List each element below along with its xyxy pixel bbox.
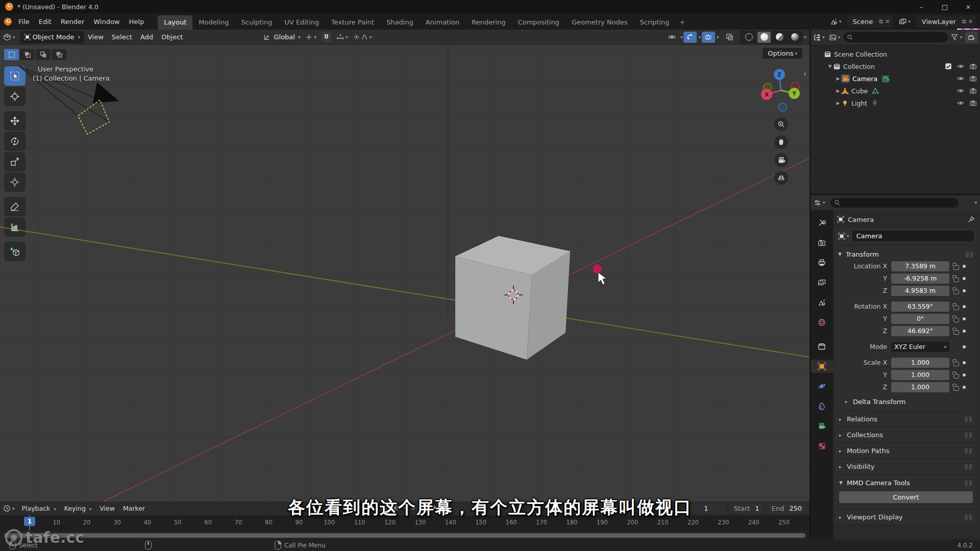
filter-funnel-icon[interactable] [951, 34, 958, 41]
pivot-dropdown[interactable]: ▾ [305, 34, 316, 41]
panel-grip-icon[interactable]: ⣿⣿ [965, 252, 974, 257]
hide-eye-icon[interactable] [957, 63, 965, 70]
vp-menu-view[interactable]: View [84, 32, 108, 42]
mmd-panel-header[interactable]: ▼ MMD Camera Tools ⣿⣿ [835, 476, 977, 488]
scene-selector[interactable]: Scene ⧉ ✕ [847, 15, 893, 28]
properties-editor-dropdown[interactable]: ▾ [823, 200, 825, 205]
tab-object-data[interactable] [811, 419, 833, 433]
scale-z-field[interactable]: 1.000 [891, 382, 949, 392]
tool-select-box[interactable] [4, 66, 26, 86]
lock-icon[interactable] [949, 263, 963, 270]
lock-icon[interactable] [949, 384, 963, 391]
object-id-icon[interactable] [838, 233, 845, 240]
close-button[interactable]: × [957, 0, 980, 13]
tab-texture[interactable] [811, 439, 833, 453]
tab-scripting[interactable]: Scripting [634, 15, 676, 30]
blender-menu-icon[interactable] [4, 18, 12, 26]
delta-transform-subpanel[interactable]: ▸ Delta Transform [838, 396, 974, 407]
tab-object[interactable] [811, 360, 833, 373]
tab-texture-paint[interactable]: Texture Paint [325, 15, 380, 30]
viewlayer-dropdown-arrow[interactable]: ▾ [908, 19, 911, 24]
hide-eye-icon[interactable] [957, 75, 965, 82]
properties-filter-dropdown[interactable]: ▾ [974, 200, 977, 205]
hide-eye-icon[interactable] [957, 99, 965, 107]
tool-transform[interactable] [4, 172, 26, 192]
timeline-editor-dropdown[interactable]: ▾ [12, 506, 15, 511]
overlays-toggle[interactable] [702, 32, 715, 43]
rotation-y-field[interactable]: 0° [891, 314, 949, 324]
tool-add-cube[interactable] [4, 242, 26, 261]
tab-shading[interactable]: Shading [380, 15, 420, 30]
select-mode-subtract-button[interactable] [36, 49, 51, 60]
checkbox-icon[interactable] [945, 63, 952, 70]
snap-magnet-toggle[interactable] [322, 32, 331, 42]
viewport-display-panel[interactable]: ▸Viewport Display⣿⣿ [835, 510, 977, 524]
editor-type-outliner-icon[interactable] [813, 34, 821, 41]
navigation-gizmo[interactable]: Z X Y [755, 60, 806, 116]
snap-with-dropdown[interactable]: ▾ [336, 34, 348, 40]
zoom-button[interactable] [774, 117, 788, 131]
jump-to-end-button[interactable]: ▶| [433, 504, 439, 511]
tab-view-layer[interactable] [811, 276, 833, 289]
select-mode-new-button[interactable] [4, 49, 19, 60]
disable-render-camera-icon[interactable] [969, 63, 977, 70]
animate-dot[interactable] [963, 317, 966, 320]
ortho-grid-button[interactable] [774, 171, 788, 185]
tab-physics[interactable] [811, 380, 833, 393]
outliner-row-light[interactable]: ▶ Light [811, 97, 980, 109]
current-frame-badge[interactable]: 1 [24, 517, 35, 526]
tool-move[interactable] [4, 111, 26, 131]
tab-output[interactable] [811, 256, 833, 269]
play-reverse-button[interactable]: ◀ [403, 504, 407, 511]
tab-rendering[interactable]: Rendering [465, 15, 511, 30]
visibility-toggles-button[interactable] [666, 32, 679, 43]
shading-material-button[interactable] [773, 32, 786, 43]
tl-marker-menu[interactable]: Marker [119, 504, 149, 513]
outliner-row-scene-collection[interactable]: Scene Collection [811, 48, 980, 60]
tab-compositing[interactable]: Compositing [511, 15, 566, 30]
location-z-field[interactable]: 4.9583 m [891, 286, 949, 296]
viewlayer-type-icon[interactable] [899, 18, 906, 26]
tab-collection[interactable] [811, 340, 833, 353]
frame-end-field[interactable]: End250 [767, 504, 806, 514]
animate-dot[interactable] [963, 265, 966, 268]
tab-scene[interactable] [811, 296, 833, 309]
menu-help[interactable]: Help [125, 16, 149, 28]
timeline-ruler[interactable]: 1020304050607080901001101201301401501601… [0, 515, 810, 531]
minimize-button[interactable]: – [910, 0, 933, 13]
menu-edit[interactable]: Edit [34, 16, 56, 28]
lock-icon[interactable] [949, 359, 963, 366]
relations-panel[interactable]: ▸Relations⣿⣿ [835, 412, 977, 426]
animate-dot[interactable] [963, 330, 966, 333]
outliner-display-dropdown[interactable]: ▾ [822, 35, 825, 40]
playback-menu[interactable]: Playback ▾ [18, 504, 60, 513]
proportional-editing-toggle[interactable] [353, 34, 360, 40]
mode-dropdown[interactable]: Object Mode ▾ [20, 31, 84, 43]
location-x-field[interactable]: 7.3589 m [891, 261, 949, 271]
gizmos-dropdown-arrow[interactable]: ▾ [698, 35, 701, 40]
tab-modeling[interactable]: Modeling [192, 15, 235, 30]
scene-type-icon[interactable] [830, 18, 838, 26]
animate-dot[interactable] [963, 373, 966, 377]
vp-menu-select[interactable]: Select [108, 32, 136, 42]
editor-type-dropdown-arrow[interactable]: ▾ [13, 35, 15, 40]
animate-dot[interactable] [963, 345, 966, 348]
add-workspace-button[interactable]: + [675, 15, 689, 30]
scene-dropdown-arrow[interactable]: ▾ [839, 19, 842, 24]
disable-render-camera-icon[interactable] [969, 87, 977, 94]
rotation-mode-dropdown[interactable]: XYZ Euler▾ [891, 342, 949, 352]
menu-render[interactable]: Render [56, 16, 89, 28]
vp-menu-object[interactable]: Object [157, 32, 187, 42]
shading-dropdown-arrow[interactable]: ▾ [804, 35, 806, 40]
viewlayer-selector[interactable]: ViewLayer ⧉ ✕ [916, 15, 976, 28]
animate-dot[interactable] [963, 361, 966, 364]
menu-file[interactable]: File [14, 16, 34, 28]
expand-arrow-icon[interactable]: ▶ [835, 88, 841, 93]
lock-icon[interactable] [949, 287, 963, 294]
xray-toggle[interactable] [723, 32, 736, 43]
outliner-row-cube[interactable]: ▶ Cube [811, 85, 980, 97]
lock-icon[interactable] [949, 371, 963, 379]
orientation-label[interactable]: Global [274, 33, 295, 41]
expand-arrow-icon[interactable]: ▶ [835, 76, 841, 81]
object-name-field[interactable]: Camera [852, 231, 974, 241]
